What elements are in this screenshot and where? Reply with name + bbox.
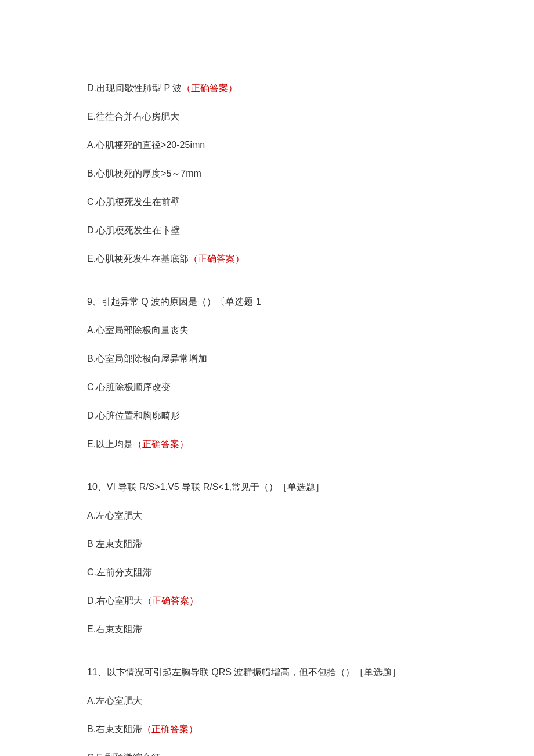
option-text: C.左前分支阻滞 — [87, 567, 152, 577]
correct-answer-mark: （正确答案） — [143, 596, 199, 606]
option-line: C.左前分支阻滞 — [87, 566, 447, 579]
question-text: 10、VI 导联 R/S>1,V5 导联 R/S<1,常见于（）［单选题］ — [87, 482, 324, 492]
question-stem: 10、VI 导联 R/S>1,V5 导联 R/S<1,常见于（）［单选题］ — [87, 480, 447, 494]
option-line: A.左心室肥大 — [87, 509, 447, 523]
option-line: C.E 型预激综合征 — [87, 751, 447, 756]
option-text: B 左束支阻滞 — [87, 539, 142, 549]
option-text: A.心室局部除极向量丧失 — [87, 325, 189, 335]
option-text: E.以上均是 — [87, 439, 133, 449]
correct-answer-mark: （正确答案） — [189, 254, 244, 264]
option-line: B.心肌梗死的厚度>5～7mm — [87, 167, 447, 181]
option-line: E.以上均是（正确答案） — [87, 437, 447, 451]
option-line: C.心脏除极顺序改变 — [87, 380, 447, 394]
option-text: C.心脏除极顺序改变 — [87, 382, 171, 392]
option-line: A.心肌梗死的直径>20-25imn — [87, 138, 447, 152]
correct-answer-mark: （正确答案） — [182, 83, 237, 93]
option-line: A.左心室肥大 — [87, 694, 447, 708]
option-text: C.心肌梗死发生在前壁 — [87, 197, 180, 207]
option-line: A.心室局部除极向量丧失 — [87, 323, 447, 337]
question-text: 9、引起异常 Q 波的原因是（）〔单选题 1 — [87, 297, 261, 307]
option-text: D.出现间歇性肺型 P 波 — [87, 83, 182, 93]
option-text: D.右心室肥大 — [87, 596, 143, 606]
option-text: B.右束支阻滞 — [87, 724, 142, 734]
option-line: E.右束支阻滞 — [87, 622, 447, 636]
option-line: D.心肌梗死发生在卞壁 — [87, 224, 447, 237]
option-line: B.心室局部除极向屋异常增加 — [87, 352, 447, 366]
option-text: A.左心室肥大 — [87, 696, 142, 705]
option-line: D.出现间歇性肺型 P 波（正确答案） — [87, 81, 447, 95]
option-text: E.心肌梗死发生在基底部 — [87, 254, 189, 264]
option-line: C.心肌梗死发生在前壁 — [87, 195, 447, 209]
question-text: 11、以卞情况可引起左胸导联 QRS 波群振幅增高，但不包拾（）［单选题］ — [87, 667, 401, 677]
question-stem: 11、以卞情况可引起左胸导联 QRS 波群振幅增高，但不包拾（）［单选题］ — [87, 665, 447, 679]
option-line: D.右心室肥大（正确答案） — [87, 594, 447, 608]
option-text: A.左心室肥大 — [87, 510, 142, 520]
option-text: C.E 型预激综合征 — [87, 753, 161, 756]
option-text: B.心室局部除极向屋异常增加 — [87, 354, 207, 363]
option-line: B.右束支阻滞（正确答案） — [87, 722, 447, 736]
option-line: B 左束支阻滞 — [87, 537, 447, 551]
question-stem: 9、引起异常 Q 波的原因是（）〔单选题 1 — [87, 295, 447, 309]
option-text: A.心肌梗死的直径>20-25imn — [87, 140, 205, 150]
correct-answer-mark: （正确答案） — [142, 724, 198, 734]
option-text: D.心脏位置和胸廓畸形 — [87, 411, 180, 420]
option-text: D.心肌梗死发生在卞壁 — [87, 225, 180, 235]
option-line: E.心肌梗死发生在基底部（正确答案） — [87, 252, 447, 266]
option-text: E.右束支阻滞 — [87, 624, 142, 634]
option-line: D.心脏位置和胸廓畸形 — [87, 409, 447, 423]
option-line: E.往往合并右心房肥大 — [87, 110, 447, 124]
option-text: E.往往合并右心房肥大 — [87, 111, 179, 121]
correct-answer-mark: （正确答案） — [133, 439, 189, 449]
option-text: B.心肌梗死的厚度>5～7mm — [87, 168, 201, 178]
